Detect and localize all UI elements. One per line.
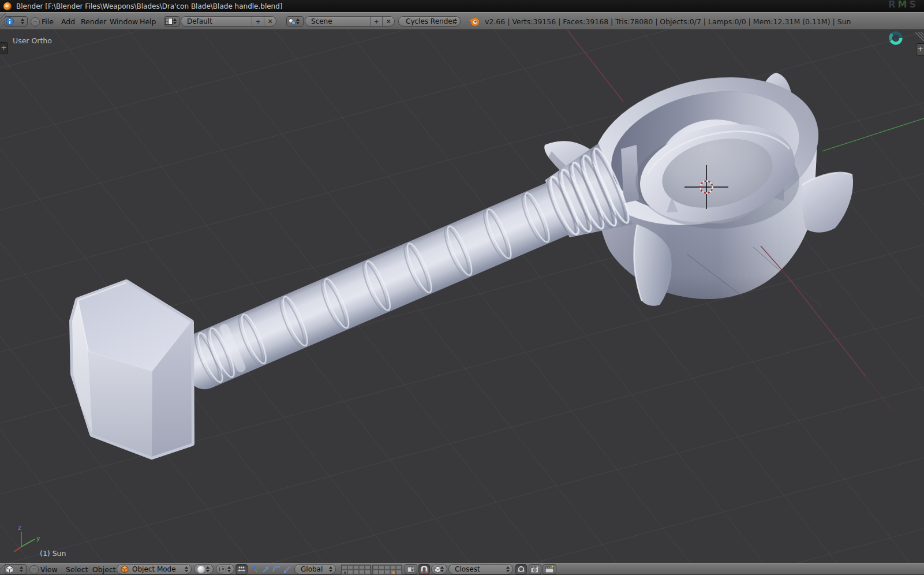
snap-peel-object-toggle[interactable] [515, 564, 527, 574]
manipulate-centers-toggle[interactable] [235, 564, 248, 574]
snap-toggle-button[interactable] [418, 564, 430, 574]
blender-version-logo-icon [469, 17, 480, 27]
menu-file[interactable]: File [42, 17, 54, 26]
editor-type-button[interactable] [5, 16, 28, 27]
pivot-center-dropdown[interactable] [216, 564, 234, 574]
menu-help[interactable]: Help [140, 17, 156, 26]
screen-layout-name: Default [187, 17, 212, 25]
translate-arrow-icon [261, 565, 270, 573]
editor-type-arrows [21, 18, 24, 24]
view3d-editor-icon [5, 565, 14, 574]
mace-head [592, 77, 818, 299]
opengl-render-image-button[interactable] [529, 564, 541, 574]
mace-pommel [72, 282, 192, 457]
object-mode-cube-icon [121, 565, 129, 573]
peel-object-icon [517, 565, 525, 573]
axis-y-line [822, 118, 924, 151]
snap-element-cube-icon [434, 566, 440, 573]
manipulator-toggle[interactable] [249, 564, 260, 574]
camera-icon [530, 565, 540, 573]
render-engine-dropdown[interactable]: Cycles Render [398, 16, 461, 27]
viewport-scene: z y [0, 30, 924, 563]
tool-shelf-toggle[interactable]: + [0, 42, 8, 54]
title-bar: Blender [F:\Blender Files\Weapons\Blades… [0, 0, 924, 12]
menu-render[interactable]: Render [81, 17, 107, 26]
menu-window[interactable]: Window [110, 17, 138, 26]
active-object-label: (1) Sun [40, 549, 66, 558]
mini-axis-gizmo: z y [14, 524, 40, 552]
menu-view[interactable]: View [40, 565, 58, 574]
mace-shaft [173, 170, 597, 395]
opengl-render-animation-button[interactable] [543, 564, 556, 574]
collapse-menus-button-3dview[interactable]: − [29, 565, 39, 574]
scene-lock-button[interactable] [405, 564, 417, 574]
properties-panel-toggle[interactable]: + [916, 43, 924, 55]
manipulator-axes-icon [250, 565, 259, 573]
manipulator-translate-button[interactable] [260, 564, 271, 574]
axis-x-line [567, 30, 623, 102]
menu-object[interactable]: Object [92, 565, 116, 574]
shading-sphere-icon [197, 566, 205, 573]
info-header: − File Add Render Window Help Default + … [0, 12, 924, 30]
menu-add[interactable]: Add [61, 17, 75, 26]
pivot-icon [219, 566, 226, 573]
scene-delete-button[interactable]: ✕ [382, 17, 394, 26]
clapperboard-icon [545, 565, 555, 573]
area-corner-widget-topright [915, 32, 924, 41]
scene-field[interactable]: Scene + ✕ [305, 16, 395, 27]
collapse-menus-button[interactable]: − [31, 17, 40, 27]
blender-logo-icon [3, 2, 12, 10]
lock-icon [407, 566, 415, 573]
scene-icon [288, 18, 296, 25]
screen-layout-field[interactable]: Default + ✕ [181, 16, 276, 27]
screen-layout-delete-button[interactable]: ✕ [264, 17, 276, 26]
progress-ring-icon [891, 33, 901, 43]
axis-z-label: z [18, 524, 21, 532]
mace-inner-plate-left [621, 145, 639, 203]
viewport-shading-dropdown[interactable] [194, 564, 214, 574]
manipulator-rotate-button[interactable] [271, 564, 282, 574]
screen-layout-add-button[interactable]: + [252, 17, 264, 26]
viewport-3d[interactable]: z y User Ortho (1) Sun + + [0, 30, 924, 563]
editor-type-button-3dview[interactable] [5, 564, 27, 574]
scale-icon [283, 565, 291, 573]
scene-statistics: v2.66 | Verts:39156 | Faces:39168 | Tris… [485, 17, 851, 26]
scene-browse-button[interactable] [286, 16, 304, 27]
mace-model [72, 73, 853, 457]
layers-widget-left[interactable] [341, 565, 371, 575]
rotate-arc-icon [272, 565, 280, 573]
snap-target-dropdown[interactable]: Closest [448, 564, 513, 574]
snap-element-dropdown[interactable] [431, 564, 447, 574]
mode-dropdown[interactable]: Object Mode [117, 564, 192, 574]
scene-name: Scene [311, 17, 332, 25]
view3d-header: − View Select Object Object Mode [0, 563, 924, 575]
window-title: Blender [F:\Blender Files\Weapons\Blades… [16, 2, 283, 10]
editor-type-arrows [20, 566, 23, 572]
layers-widget-right[interactable] [372, 565, 402, 575]
magnet-icon [421, 566, 428, 573]
scene-add-button[interactable]: + [370, 17, 382, 26]
screen-layout-icon [165, 18, 173, 25]
render-engine-arrows [454, 18, 457, 24]
mode-value: Object Mode [132, 565, 176, 573]
axis-y-label: y [36, 535, 40, 542]
orientation-value: Global [301, 565, 323, 573]
info-editor-icon [5, 17, 14, 26]
screen-layout-browse-button[interactable] [164, 16, 180, 27]
transform-orientation-dropdown[interactable]: Global [294, 564, 336, 574]
render-engine-value: Cycles Render [406, 17, 454, 25]
manipulator-scale-button[interactable] [282, 564, 293, 574]
watermark: RMS [888, 0, 918, 10]
snap-target-value: Closest [455, 565, 480, 573]
menu-select[interactable]: Select [66, 565, 88, 574]
manipulate-centers-icon [237, 566, 246, 573]
blender-window: { "window": { "title": "Blender [F:\\Ble… [0, 0, 924, 575]
view-name-label: User Ortho [13, 36, 52, 45]
